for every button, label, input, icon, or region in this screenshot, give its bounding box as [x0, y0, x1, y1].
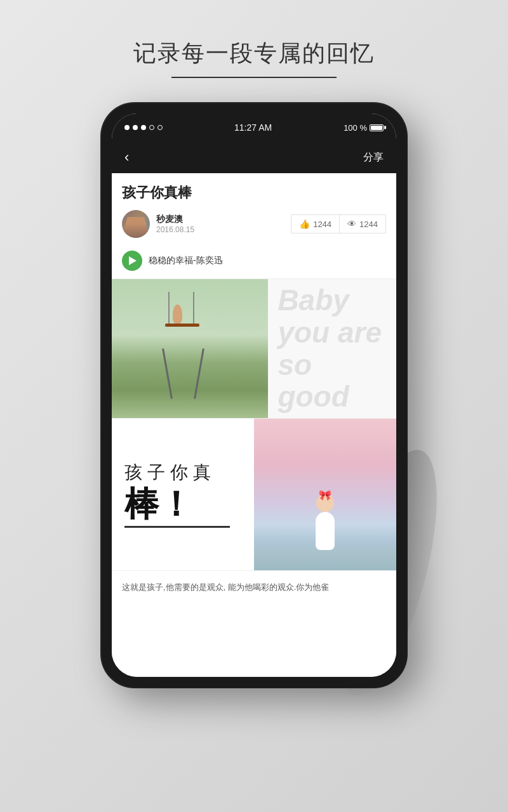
exclaim-text: 棒！: [124, 485, 193, 523]
signal-indicator: [124, 125, 163, 130]
image-grid-bottom: 孩子你真 棒！ 🎀: [112, 418, 396, 570]
child-bow: 🎀: [319, 489, 331, 501]
phone-mockup: 11:27 AM 100 % ‹ 分享 孩子你真棒: [102, 103, 406, 687]
avatar-silhouette: [122, 217, 150, 238]
post-description: 这就是孩子,他需要的是观众, 能为他喝彩的观众.你为他雀: [112, 570, 396, 601]
music-player[interactable]: 稳稳的幸福-陈奕迅: [122, 251, 386, 271]
beach-photo: 🎀: [254, 419, 396, 570]
play-icon: [129, 256, 137, 265]
share-button[interactable]: 分享: [363, 151, 384, 164]
signal-dot-5: [157, 125, 163, 130]
back-button[interactable]: ‹: [124, 149, 129, 166]
author-area: 秒麦澳 2016.08.15: [122, 210, 194, 238]
signal-dot-3: [141, 125, 146, 130]
stats-area: 👍 1244 👁 1244: [291, 214, 386, 233]
tagline-underline: [171, 77, 337, 78]
child-body: [316, 512, 335, 550]
music-title: 稳稳的幸福-陈奕迅: [149, 255, 223, 266]
views-count: 1244: [359, 219, 378, 229]
text-underline: [124, 526, 230, 528]
description-text: 这就是孩子,他需要的是观众, 能为他喝彩的观众.你为他雀: [122, 580, 386, 594]
signal-dot-1: [124, 125, 130, 130]
nav-bar: ‹ 分享: [112, 141, 396, 173]
battery-indicator: 100 %: [344, 123, 384, 133]
post-meta: 秒麦澳 2016.08.15 👍 1244 👁 1244: [122, 210, 386, 238]
views-stat: 👁 1244: [339, 214, 386, 233]
avatar-image: [122, 210, 150, 238]
child-text-big: 棒！: [124, 487, 193, 521]
swing-post-right: [194, 348, 204, 398]
baby-text: Baby you are so good: [277, 284, 387, 412]
avatar: [122, 210, 150, 238]
child-on-swing: [173, 304, 182, 324]
text-image-right: Baby you are so good: [268, 279, 396, 418]
battery-icon: [370, 124, 384, 131]
image-grid-top: Baby you are so good: [112, 278, 396, 418]
post-header: 孩子你真棒 秒麦澳 2016.08.15: [112, 173, 396, 246]
status-bar: 11:27 AM 100 %: [112, 114, 396, 141]
swing-seat: [165, 324, 199, 327]
phone-screen: 11:27 AM 100 % ‹ 分享 孩子你真棒: [112, 114, 396, 677]
author-name: 秒麦澳: [156, 214, 194, 225]
view-icon: 👁: [347, 219, 356, 229]
beach-scene: 🎀: [254, 419, 396, 570]
text-block-left: 孩子你真 棒！: [112, 419, 254, 570]
swing-rope-right: [193, 292, 194, 327]
like-icon: 👍: [299, 219, 310, 229]
playground-image: [112, 279, 268, 418]
swing-rope-left: [168, 292, 170, 327]
battery-percent: 100 %: [344, 123, 367, 133]
baby-line1: Baby: [277, 284, 387, 317]
playground-scene: [112, 279, 268, 418]
play-button[interactable]: [122, 251, 142, 271]
child-text-line1: 孩子你真: [124, 461, 216, 484]
signal-dot-4: [149, 125, 154, 130]
tagline-text: 记录每一段专属的回忆: [133, 38, 375, 69]
signal-dot-2: [133, 125, 138, 130]
post-title: 孩子你真棒: [122, 183, 386, 202]
content-area: 孩子你真棒 秒麦澳 2016.08.15: [112, 173, 396, 677]
baby-line2: you are: [277, 317, 387, 349]
battery-fill: [371, 126, 382, 130]
swing-post-left: [162, 348, 173, 398]
baby-line3: so good: [277, 349, 387, 413]
likes-count: 1244: [313, 219, 331, 229]
post-date: 2016.08.15: [156, 225, 194, 234]
child-head: 🎀: [316, 494, 334, 512]
child-silhouette: 🎀: [306, 494, 344, 558]
author-info: 秒麦澳 2016.08.15: [156, 214, 194, 234]
likes-stat: 👍 1244: [291, 214, 339, 233]
page-tagline: 记录每一段专属的回忆: [133, 38, 375, 78]
status-time: 11:27 AM: [234, 122, 272, 133]
